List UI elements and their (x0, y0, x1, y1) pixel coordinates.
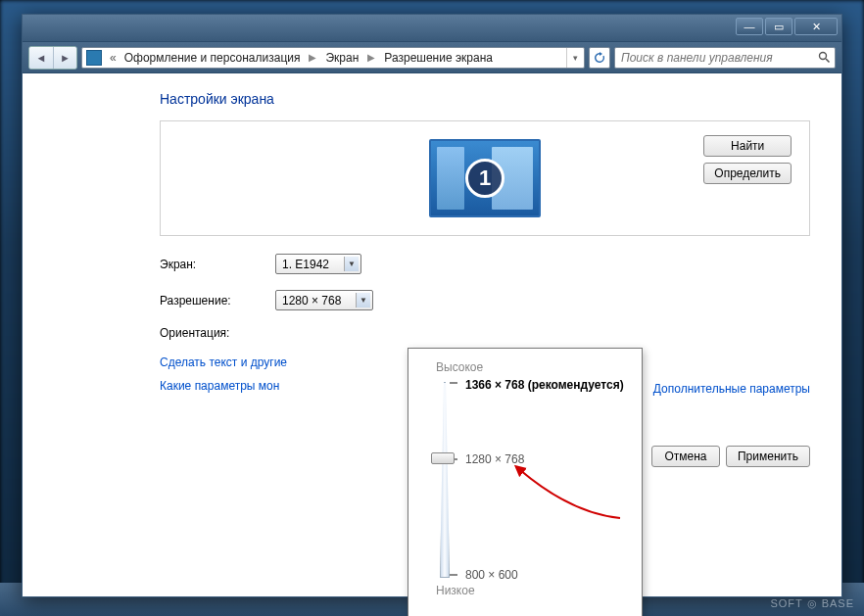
monitor-preview-panel: 1 Найти Определить (160, 120, 810, 236)
chevron-right-icon: ▶ (306, 52, 319, 63)
resolution-slider[interactable]: 1366 × 768 (рекомендуется) 1280 × 768 80… (436, 382, 628, 578)
monitor-preview[interactable]: 1 (178, 139, 792, 217)
monitor-number: 1 (465, 159, 504, 198)
slider-high-label: Высокое (436, 360, 628, 374)
breadcrumb-prefix: « (106, 51, 119, 65)
search-input[interactable] (615, 51, 813, 65)
slider-current-label: 1280 × 768 (465, 452, 524, 466)
watermark: SOFT ◎ BASE (770, 597, 854, 610)
breadcrumb-item[interactable]: Оформление и персонализация (119, 48, 307, 68)
resolution-value: 1280 × 768 (282, 294, 356, 308)
slider-tick (450, 382, 457, 384)
apply-button[interactable]: Применить (726, 446, 810, 467)
slider-thumb[interactable] (431, 452, 455, 464)
annotation-arrow-icon (512, 464, 630, 523)
slider-track (440, 382, 450, 578)
control-panel-icon (86, 50, 102, 66)
refresh-button[interactable] (589, 47, 610, 69)
resolution-label: Разрешение: (160, 294, 275, 308)
dialog-buttons: Отмена Применить (651, 446, 810, 467)
page-title: Настройки экрана (160, 91, 810, 107)
slider-recommended-label: 1366 × 768 (рекомендуется) (465, 378, 624, 392)
maximize-icon: ▭ (774, 21, 784, 33)
nav-buttons: ◄ ► (28, 46, 77, 70)
breadcrumb-bar[interactable]: « Оформление и персонализация ▶ Экран ▶ … (81, 47, 585, 69)
screen-label: Экран: (160, 258, 275, 271)
slider-low-label: Низкое (436, 584, 628, 597)
refresh-icon (594, 52, 605, 64)
monitor-icon: 1 (429, 139, 541, 217)
resolution-dropdown[interactable]: 1280 × 768 ▼ (275, 290, 373, 310)
chevron-right-icon: ▶ (364, 52, 378, 63)
search-icon[interactable] (813, 51, 835, 64)
orientation-label: Ориентация: (160, 326, 275, 340)
detect-button[interactable]: Определить (703, 163, 792, 184)
minimize-button[interactable]: — (736, 18, 763, 35)
navigation-row: ◄ ► « Оформление и персонализация ▶ Экра… (23, 42, 841, 73)
breadcrumb-dropdown[interactable]: ▾ (566, 48, 584, 68)
svg-point-0 (819, 53, 826, 60)
slider-tick (450, 574, 457, 576)
resolution-slider-popup: Высокое 1366 × 768 (рекомендуется) 1280 … (408, 348, 643, 616)
screen-dropdown[interactable]: 1. E1942 ▼ (275, 254, 361, 274)
svg-line-1 (826, 59, 830, 63)
slider-min-label: 800 × 600 (465, 568, 518, 582)
close-button[interactable]: ✕ (794, 18, 838, 35)
breadcrumb-item[interactable]: Экран (319, 48, 364, 68)
screen-value: 1. E1942 (282, 258, 344, 271)
close-icon: ✕ (812, 21, 821, 33)
chevron-down-icon: ▼ (356, 293, 370, 308)
settings-form: Экран: 1. E1942 ▼ Разрешение: 1280 × 768… (160, 254, 810, 340)
forward-button[interactable]: ► (53, 47, 76, 69)
cancel-button[interactable]: Отмена (651, 446, 720, 467)
chevron-down-icon: ▼ (344, 257, 359, 271)
breadcrumb-item[interactable]: Разрешение экрана (378, 48, 499, 68)
advanced-settings-link[interactable]: Дополнительные параметры (653, 382, 810, 396)
maximize-button[interactable]: ▭ (765, 18, 792, 35)
search-box[interactable] (614, 47, 836, 69)
back-button[interactable]: ◄ (29, 47, 53, 69)
titlebar: — ▭ ✕ (23, 15, 841, 42)
find-button[interactable]: Найти (703, 135, 792, 157)
minimize-icon: — (744, 21, 755, 32)
